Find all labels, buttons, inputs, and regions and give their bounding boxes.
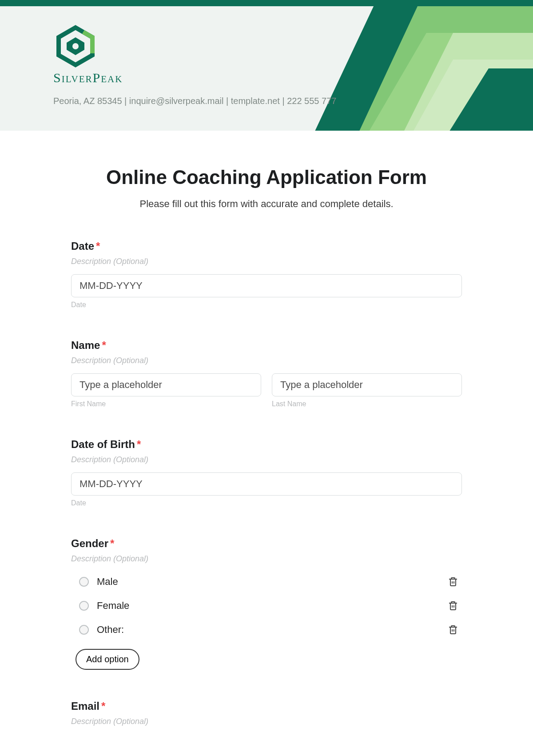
gender-option-male[interactable]: Male bbox=[76, 570, 462, 594]
email-label: Email* bbox=[71, 700, 462, 712]
field-gender: Gender* Description (Optional) Male Fema… bbox=[71, 537, 462, 670]
email-desc: Description (Optional) bbox=[71, 717, 462, 726]
dob-desc: Description (Optional) bbox=[71, 455, 462, 464]
first-name-sublabel: First Name bbox=[71, 400, 261, 408]
name-label: Name* bbox=[71, 339, 462, 352]
required-mark: * bbox=[96, 240, 100, 252]
radio-icon bbox=[79, 577, 89, 587]
header: SilverPeak Peoria, AZ 85345 | inquire@si… bbox=[0, 6, 533, 131]
gender-option-other[interactable]: Other: bbox=[76, 618, 462, 642]
first-name-input[interactable] bbox=[71, 373, 261, 396]
add-option-button[interactable]: Add option bbox=[76, 649, 139, 670]
gender-option-female[interactable]: Female bbox=[76, 594, 462, 618]
gender-label-text: Gender bbox=[71, 537, 108, 549]
last-name-sublabel: Last Name bbox=[272, 400, 462, 408]
gender-option-label: Male bbox=[97, 576, 448, 588]
radio-icon bbox=[79, 601, 89, 611]
dob-label-text: Date of Birth bbox=[71, 438, 135, 450]
name-label-text: Name bbox=[71, 339, 100, 351]
name-desc: Description (Optional) bbox=[71, 356, 462, 365]
form-subtitle: Please fill out this form with accurate … bbox=[71, 198, 462, 210]
date-input[interactable] bbox=[71, 274, 462, 297]
date-label-text: Date bbox=[71, 240, 94, 252]
required-mark: * bbox=[101, 700, 105, 712]
field-email: Email* Description (Optional) bbox=[71, 700, 462, 726]
brand-contact: Peoria, AZ 85345 | inquire@silverpeak.ma… bbox=[53, 96, 533, 106]
last-name-input[interactable] bbox=[272, 373, 462, 396]
top-accent-bar bbox=[0, 0, 533, 6]
required-mark: * bbox=[102, 339, 106, 351]
field-dob: Date of Birth* Description (Optional) Da… bbox=[71, 438, 462, 507]
date-label: Date* bbox=[71, 240, 462, 252]
field-date: Date* Description (Optional) Date bbox=[71, 240, 462, 309]
date-sublabel: Date bbox=[71, 301, 462, 309]
trash-icon[interactable] bbox=[448, 576, 458, 587]
form-container: Online Coaching Application Form Please … bbox=[62, 131, 471, 744]
svg-point-3 bbox=[72, 43, 79, 49]
gender-option-label: Other: bbox=[97, 624, 448, 636]
radio-icon bbox=[79, 625, 89, 635]
date-desc: Description (Optional) bbox=[71, 257, 462, 266]
brand-name: SilverPeak bbox=[53, 70, 533, 85]
gender-option-label: Female bbox=[97, 600, 448, 612]
dob-sublabel: Date bbox=[71, 499, 462, 507]
field-name: Name* Description (Optional) First Name … bbox=[71, 339, 462, 408]
required-mark: * bbox=[110, 537, 114, 549]
form-title: Online Coaching Application Form bbox=[71, 166, 462, 188]
required-mark: * bbox=[137, 438, 141, 450]
dob-input[interactable] bbox=[71, 472, 462, 496]
gender-label: Gender* bbox=[71, 537, 462, 550]
dob-label: Date of Birth* bbox=[71, 438, 462, 451]
trash-icon[interactable] bbox=[448, 624, 458, 635]
brand-logo-icon bbox=[53, 24, 98, 68]
trash-icon[interactable] bbox=[448, 600, 458, 611]
email-label-text: Email bbox=[71, 700, 99, 712]
gender-desc: Description (Optional) bbox=[71, 554, 462, 564]
